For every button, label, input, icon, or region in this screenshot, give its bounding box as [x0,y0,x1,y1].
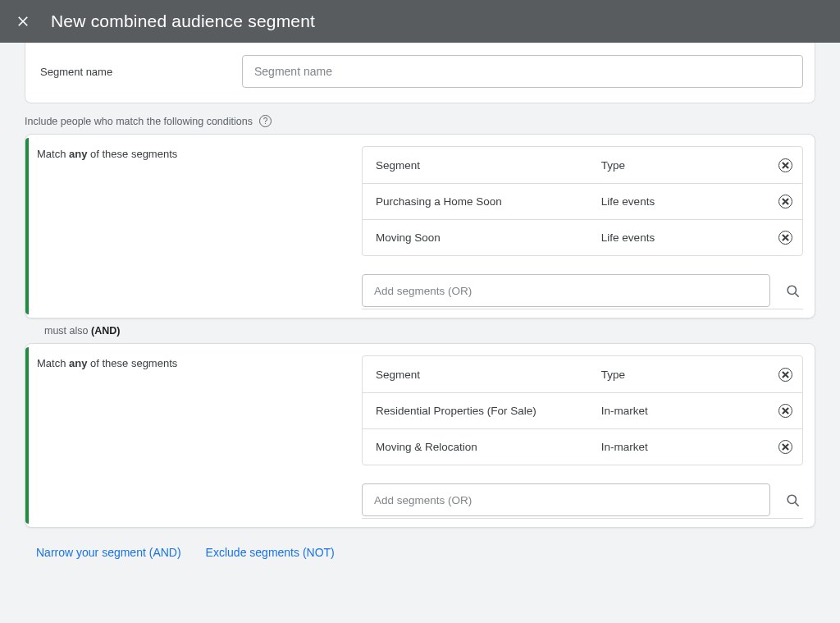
table-row: Purchasing a Home Soon Life events [363,183,802,219]
page-body: Segment name Include people who match th… [0,43,840,575]
search-icon[interactable] [782,489,803,511]
modal-title: New combined audience segment [51,11,315,31]
col-header-type: Type [601,159,768,172]
match-any-label: Match any of these segments [37,357,347,369]
help-icon[interactable]: ? [259,115,272,127]
search-icon[interactable] [782,280,803,301]
remove-row-icon[interactable] [778,231,792,245]
svg-point-0 [788,286,796,294]
svg-point-1 [788,495,796,503]
remove-row-icon[interactable] [778,440,792,454]
close-icon[interactable] [13,11,33,31]
divider [362,518,803,519]
segment-name: Residential Properties (For Sale) [376,405,601,417]
segment-name: Moving Soon [376,231,601,244]
col-header-segment: Segment [376,159,601,172]
block-left: Match any of these segments [37,355,347,519]
include-conditions-text: Include people who match the following c… [25,116,253,127]
block-right: Segment Type Purchasing a Home Soon Life… [362,146,803,309]
add-segments-row [362,483,803,516]
segment-name-input[interactable] [242,55,803,88]
segment-table: Segment Type Purchasing a Home Soon Life… [362,146,803,256]
col-header-action [768,368,792,382]
include-conditions-label: Include people who match the following c… [25,115,840,127]
match-any-label: Match any of these segments [37,148,347,160]
table-row: Moving & Relocation In-market [363,428,802,465]
segment-type: In-market [601,441,768,453]
exclude-segments-button[interactable]: Exclude segments (NOT) [206,546,335,559]
col-header-action [768,158,792,172]
segment-name-card: Segment name [25,43,815,103]
clear-all-icon[interactable] [778,158,792,172]
clear-all-icon[interactable] [778,368,792,382]
narrow-segment-button[interactable]: Narrow your segment (AND) [36,546,181,559]
condition-block-1: Match any of these segments Segment Type… [25,134,815,318]
footer-actions: Narrow your segment (AND) Exclude segmen… [36,546,840,559]
block-right: Segment Type Residential Properties (For… [362,355,803,519]
and-connector: must also (AND) [44,325,840,337]
table-header-row: Segment Type [363,147,802,183]
block-left: Match any of these segments [37,146,347,309]
segment-name-label: Segment name [40,66,229,78]
add-segments-row [362,274,803,307]
table-header-row: Segment Type [363,356,802,392]
col-header-segment: Segment [376,369,601,381]
add-segments-input[interactable] [362,483,770,516]
segment-type: Life events [601,231,768,244]
segment-name: Moving & Relocation [376,441,601,453]
add-segments-input[interactable] [362,274,770,307]
table-row: Moving Soon Life events [363,219,802,255]
table-row: Residential Properties (For Sale) In-mar… [363,392,802,428]
segment-type: In-market [601,405,768,417]
remove-row-icon[interactable] [778,195,792,208]
remove-row-icon[interactable] [778,404,792,418]
segment-table: Segment Type Residential Properties (For… [362,355,803,465]
divider [362,309,803,309]
segment-name: Purchasing a Home Soon [376,195,601,208]
segment-type: Life events [601,195,768,208]
condition-block-2: Match any of these segments Segment Type… [25,343,815,528]
modal-header: New combined audience segment [0,0,840,43]
col-header-type: Type [601,369,768,381]
